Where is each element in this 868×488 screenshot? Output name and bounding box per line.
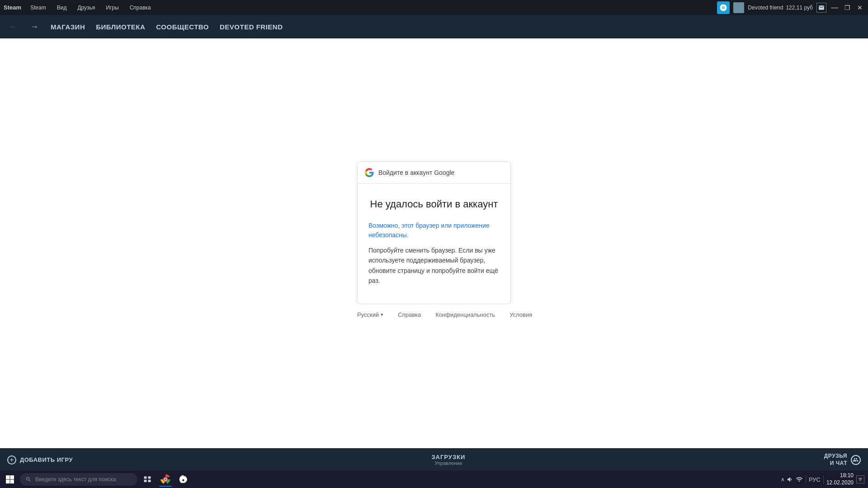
- language-selector[interactable]: Русский ▾: [357, 311, 383, 318]
- user-balance: 122,11 руб: [786, 5, 813, 11]
- error-title: Не удалось войти в аккаунт: [368, 198, 500, 210]
- google-logo-icon: [365, 168, 374, 177]
- svg-rect-5: [148, 476, 151, 479]
- error-link[interactable]: Возможно, этот браузер или приложение не…: [368, 221, 500, 240]
- footer-privacy[interactable]: Конфиденциальность: [435, 311, 495, 318]
- chrome-icon[interactable]: [157, 471, 174, 488]
- svg-rect-7: [148, 480, 151, 482]
- nav-bar: ← → МАГАЗИН БИБЛИОТЕКА СООБЩЕСТВО DEVOTE…: [0, 15, 868, 38]
- clock-time: 18:10: [826, 472, 854, 479]
- steam-title: Steam: [4, 4, 21, 11]
- error-description: Попробуйте сменить браузер. Если вы уже …: [368, 245, 500, 286]
- clock: 18:10 12.02.2020: [826, 472, 854, 486]
- taskbar-right: ∧ РУС 18:10 12.02.2020: [781, 472, 866, 486]
- search-icon: [25, 476, 32, 483]
- friends-icon: [851, 455, 861, 465]
- close-button[interactable]: ✕: [855, 3, 864, 12]
- steam-taskbar-icon[interactable]: [175, 471, 192, 488]
- friends-chat-label: ДРУЗЬЯИ ЧАТ: [824, 453, 847, 467]
- svg-rect-0: [6, 475, 10, 479]
- task-view-button[interactable]: [139, 471, 156, 488]
- search-placeholder: Введите здесь текст для поиска: [35, 476, 116, 483]
- google-header-text: Войдите в аккаунт Google: [378, 169, 454, 176]
- windows-search-bar[interactable]: Введите здесь текст для поиска: [20, 473, 137, 486]
- minimize-button[interactable]: —: [830, 3, 839, 12]
- start-button[interactable]: [2, 471, 18, 488]
- volume-icon[interactable]: [787, 476, 794, 483]
- menu-games[interactable]: Игры: [104, 5, 120, 11]
- page-footer: Русский ▾ Справка Конфиденциальность Усл…: [357, 304, 511, 325]
- steam-notification-icon[interactable]: [717, 1, 730, 14]
- taskbar-left: Введите здесь текст для поиска: [2, 471, 192, 488]
- network-icon[interactable]: [796, 476, 803, 483]
- svg-rect-4: [144, 476, 147, 479]
- nav-profile[interactable]: DEVOTED FRIEND: [220, 21, 283, 33]
- menu-help[interactable]: Справка: [128, 5, 153, 11]
- notifications-button[interactable]: [856, 475, 864, 483]
- user-name: Devoted friend: [748, 5, 783, 11]
- user-avatar: [733, 2, 744, 13]
- windows-taskbar: Введите здесь текст для поиска: [0, 471, 868, 488]
- svg-rect-2: [6, 480, 10, 484]
- email-icon[interactable]: [816, 3, 826, 13]
- downloads-label: ЗАГРУЗКИ: [431, 454, 465, 460]
- friends-chat-button[interactable]: ДРУЗЬЯИ ЧАТ: [824, 453, 861, 467]
- nav-store[interactable]: МАГАЗИН: [51, 21, 85, 33]
- main-content: Войдите в аккаунт Google Не удалось войт…: [0, 38, 868, 448]
- lang-dropdown-icon: ▾: [381, 312, 383, 318]
- system-tray: ∧: [781, 476, 803, 483]
- tray-divider: [806, 475, 806, 484]
- user-info: Devoted friend 122,11 руб: [748, 5, 813, 11]
- tray-expand-icon[interactable]: ∧: [781, 476, 785, 483]
- title-bar-right: Devoted friend 122,11 руб — ❐ ✕: [717, 1, 864, 14]
- back-button[interactable]: ←: [7, 21, 18, 32]
- svg-rect-6: [144, 480, 147, 482]
- bottom-bar: + ДОБАВИТЬ ИГРУ ЗАГРУЗКИ Управление ДРУЗ…: [0, 448, 868, 471]
- add-game-button[interactable]: + ДОБАВИТЬ ИГРУ: [7, 455, 73, 465]
- svg-rect-1: [10, 475, 14, 479]
- plus-icon: +: [7, 455, 16, 465]
- footer-help[interactable]: Справка: [398, 311, 421, 318]
- menu-view[interactable]: Вид: [55, 5, 69, 11]
- add-game-label: ДОБАВИТЬ ИГРУ: [20, 456, 73, 463]
- title-bar-left: Steam Steam Вид Друзья Игры Справка: [4, 4, 153, 11]
- svg-point-10: [165, 479, 167, 481]
- menu-steam[interactable]: Steam: [28, 5, 48, 11]
- footer-terms[interactable]: Условия: [509, 311, 532, 318]
- nav-community[interactable]: СООБЩЕСТВО: [156, 21, 209, 33]
- downloads-sub: Управление: [431, 460, 465, 466]
- downloads-section[interactable]: ЗАГРУЗКИ Управление: [431, 454, 465, 466]
- google-card-body: Не удалось войти в аккаунт Возможно, это…: [358, 184, 510, 304]
- maximize-button[interactable]: ❐: [843, 3, 852, 12]
- clock-date: 12.02.2020: [826, 479, 854, 487]
- google-card-header: Войдите в аккаунт Google: [358, 162, 510, 184]
- tray-divider2: [823, 475, 824, 484]
- language-label: Русский: [357, 311, 379, 318]
- title-bar: Steam Steam Вид Друзья Игры Справка Devo…: [0, 0, 868, 15]
- svg-rect-3: [10, 480, 14, 484]
- keyboard-lang: РУС: [809, 476, 821, 483]
- google-signin-card: Войдите в аккаунт Google Не удалось войт…: [357, 161, 511, 305]
- forward-button[interactable]: →: [29, 21, 40, 32]
- nav-library[interactable]: БИБЛИОТЕКА: [96, 21, 145, 33]
- menu-friends[interactable]: Друзья: [75, 5, 97, 11]
